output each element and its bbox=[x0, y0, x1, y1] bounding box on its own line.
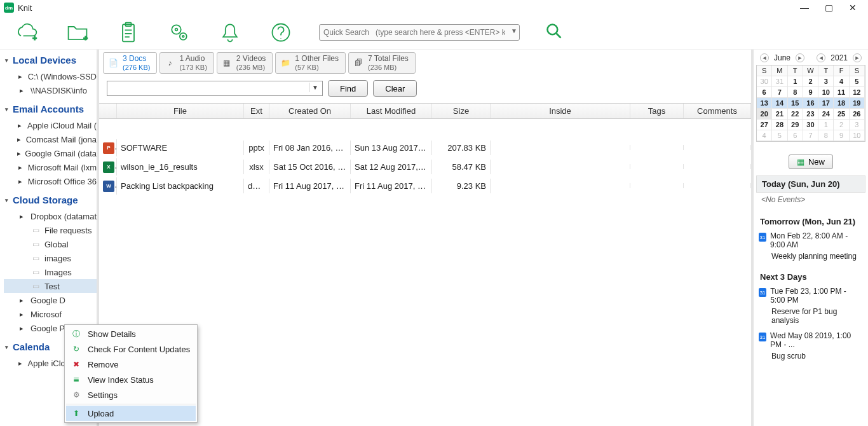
sidebar-section-head[interactable]: ▾Local Devices bbox=[4, 52, 97, 69]
sidebar-subitem[interactable]: Global bbox=[4, 237, 97, 251]
calendar-day[interactable]: 26 bbox=[850, 109, 865, 120]
sidebar-item[interactable]: ▸Google D bbox=[4, 293, 97, 307]
calendar-day[interactable]: 15 bbox=[788, 98, 803, 109]
calendar-day[interactable]: 7 bbox=[772, 87, 787, 98]
year-prev[interactable]: ◄ bbox=[817, 53, 825, 62]
minimize-button[interactable]: — bbox=[798, 3, 811, 13]
sidebar-item[interactable]: ▸Microsoft Office 36 bbox=[4, 174, 97, 188]
new-event-button[interactable]: ▦New bbox=[789, 155, 833, 169]
calendar-day[interactable]: 24 bbox=[818, 109, 834, 120]
context-menu-item[interactable]: ≣View Index Status bbox=[66, 372, 196, 387]
folder-add-icon[interactable] bbox=[65, 20, 90, 45]
table-row[interactable]: W Packing List backpackingdocx Fri 11 Au… bbox=[99, 176, 751, 195]
calendar-day[interactable]: 14 bbox=[772, 98, 787, 109]
col-inside[interactable]: Inside bbox=[491, 104, 630, 118]
col-size[interactable]: Size bbox=[432, 104, 491, 118]
calendar-day[interactable]: 9 bbox=[834, 130, 849, 141]
context-menu-item[interactable]: ↻Check For Content Updates bbox=[66, 341, 196, 357]
search-input[interactable] bbox=[319, 24, 520, 41]
calendar-day[interactable]: 12 bbox=[850, 87, 865, 98]
sidebar-item[interactable]: ▸Apple iCloud Mail ( bbox=[4, 118, 97, 132]
find-button[interactable]: Find bbox=[328, 80, 368, 97]
maximize-button[interactable]: ▢ bbox=[822, 3, 835, 13]
calendar-day[interactable]: 9 bbox=[803, 87, 818, 98]
year-next[interactable]: ► bbox=[853, 53, 862, 62]
category-tab[interactable]: 📁1 Other Files(57 KB) bbox=[275, 52, 346, 74]
sidebar-item[interactable]: ▸Microsof bbox=[4, 307, 97, 321]
event-item[interactable]: 31Tue Feb 23, 1:00 PM - 5:00 PM bbox=[756, 285, 865, 306]
sidebar-item[interactable]: ▸C:\ (Windows-SSD bbox=[4, 69, 97, 83]
calendar-day[interactable]: 4 bbox=[834, 76, 849, 87]
sidebar-subitem[interactable]: Test bbox=[4, 279, 97, 293]
table-row[interactable]: P SOFTWAREpptx Fri 08 Jan 2016, 5:29 P..… bbox=[99, 138, 751, 157]
event-item[interactable]: 31Mon Feb 22, 8:00 AM - 9:00 AM bbox=[756, 230, 865, 251]
sidebar-item[interactable]: ▸Microsoft Mail (lxm bbox=[4, 160, 97, 174]
sidebar-section-head[interactable]: ▾Cloud Storage bbox=[4, 192, 97, 209]
month-next[interactable]: ► bbox=[796, 53, 804, 62]
calendar-day[interactable]: 11 bbox=[834, 87, 849, 98]
category-tab[interactable]: ♪1 Audio(173 KB) bbox=[159, 52, 214, 74]
col-comments[interactable]: Comments bbox=[684, 104, 751, 118]
calendar-day[interactable]: 22 bbox=[788, 109, 803, 120]
col-ext[interactable]: Ext bbox=[244, 104, 269, 118]
calendar-day[interactable]: 2 bbox=[803, 76, 818, 87]
sidebar-item[interactable]: ▸Google Gmail (data bbox=[4, 146, 97, 160]
sidebar-section-head[interactable]: ▾Email Accounts bbox=[4, 101, 97, 118]
search-dropdown-icon[interactable]: ▼ bbox=[511, 27, 517, 34]
calendar-day[interactable]: 23 bbox=[803, 109, 818, 120]
calendar-day[interactable]: 6 bbox=[788, 130, 803, 141]
calendar-day[interactable]: 10 bbox=[818, 87, 834, 98]
calendar-day[interactable]: 8 bbox=[818, 130, 834, 141]
context-menu-item[interactable]: ⚙Settings bbox=[66, 387, 196, 402]
calendar-day[interactable]: 7 bbox=[803, 130, 818, 141]
calendar-day[interactable]: 19 bbox=[850, 98, 865, 109]
calendar-day[interactable]: 16 bbox=[803, 98, 818, 109]
month-prev[interactable]: ◄ bbox=[760, 53, 769, 62]
calendar-day[interactable]: 28 bbox=[772, 120, 787, 130]
sidebar-subitem[interactable]: Images bbox=[4, 265, 97, 279]
calendar-day[interactable]: 1 bbox=[818, 120, 834, 130]
filter-combo[interactable]: ▼ bbox=[107, 81, 323, 96]
settings-icon[interactable] bbox=[166, 20, 192, 45]
calendar-day[interactable]: 3 bbox=[818, 76, 834, 87]
calendar-day[interactable]: 30 bbox=[757, 76, 772, 87]
clear-button[interactable]: Clear bbox=[373, 80, 417, 97]
calendar-day[interactable]: 20 bbox=[757, 109, 772, 120]
calendar-day[interactable]: 29 bbox=[788, 120, 803, 130]
calendar-day[interactable]: 10 bbox=[850, 130, 865, 141]
context-menu-item[interactable]: ⓘShow Details bbox=[66, 326, 196, 341]
category-tab[interactable]: 🗐7 Total Files(236 MB) bbox=[348, 52, 416, 74]
close-button[interactable]: ✕ bbox=[846, 3, 859, 13]
sidebar-item[interactable]: ▸Comcast Mail (jona bbox=[4, 132, 97, 146]
calendar-day[interactable]: 21 bbox=[772, 109, 787, 120]
calendar-day[interactable]: 4 bbox=[757, 130, 772, 141]
event-item[interactable]: 31Wed May 08 2019, 1:00 PM - ... bbox=[756, 330, 865, 350]
calendar-day[interactable]: 2 bbox=[834, 120, 849, 130]
calendar-day[interactable]: 3 bbox=[850, 120, 865, 130]
clipboard-icon[interactable] bbox=[116, 20, 141, 45]
table-row[interactable]: X wilson_ie_16_resultsxlsx Sat 15 Oct 20… bbox=[99, 157, 751, 176]
cloud-add-icon[interactable] bbox=[14, 20, 39, 45]
calendar-day[interactable]: 30 bbox=[803, 120, 818, 130]
col-modified[interactable]: Last Modified bbox=[351, 104, 432, 118]
sidebar-item[interactable]: ▸\\NASDISK\info bbox=[4, 83, 97, 97]
sidebar-item[interactable]: ▸Dropbox (datamat bbox=[4, 209, 97, 223]
search-icon[interactable] bbox=[545, 22, 563, 42]
col-tags[interactable]: Tags bbox=[630, 104, 684, 118]
calendar-day[interactable]: 31 bbox=[772, 76, 787, 87]
category-tab[interactable]: ▦2 Videos(236 MB) bbox=[217, 52, 273, 74]
calendar-day[interactable]: 27 bbox=[757, 120, 772, 130]
col-file[interactable]: File bbox=[117, 104, 244, 118]
calendar-day[interactable]: 25 bbox=[834, 109, 849, 120]
help-icon[interactable] bbox=[268, 20, 294, 45]
calendar-day[interactable]: 1 bbox=[788, 76, 803, 87]
calendar-day[interactable]: 18 bbox=[834, 98, 849, 109]
calendar-day[interactable]: 5 bbox=[850, 76, 865, 87]
sidebar-subitem[interactable]: File requests bbox=[4, 223, 97, 237]
calendar-day[interactable]: 6 bbox=[757, 87, 772, 98]
calendar-day[interactable]: 13 bbox=[757, 98, 772, 109]
sidebar-subitem[interactable]: images bbox=[4, 251, 97, 265]
calendar-day[interactable]: 5 bbox=[772, 130, 787, 141]
calendar-day[interactable]: 8 bbox=[788, 87, 803, 98]
bell-icon[interactable] bbox=[217, 20, 243, 45]
